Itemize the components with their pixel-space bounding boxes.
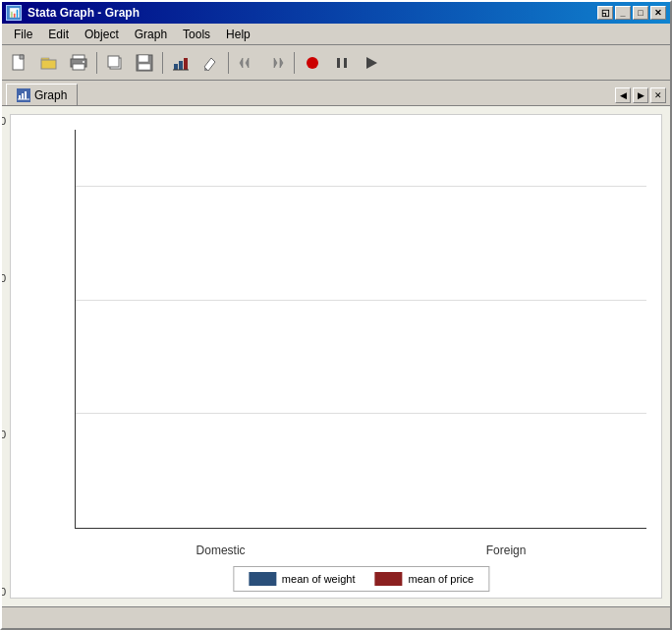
restore-button[interactable]: ◱ — [597, 6, 613, 20]
y-label-4000: 4,000 — [2, 272, 6, 284]
record-icon — [304, 54, 321, 72]
legend-color-price — [374, 572, 402, 586]
minimize-button[interactable]: _ — [615, 6, 631, 20]
menu-help[interactable]: Help — [218, 26, 258, 43]
edit-button[interactable] — [196, 50, 224, 76]
maximize-button[interactable]: □ — [633, 6, 648, 20]
graph-tab-label: Graph — [34, 88, 67, 102]
y-label-2000: 2,000 — [2, 429, 6, 440]
graph-tab[interactable]: Graph — [6, 84, 78, 105]
print-button[interactable] — [65, 50, 92, 76]
title-bar: 📊 Stata Graph - Graph ◱ _ □ ✕ — [2, 2, 670, 24]
graph-type-icon — [172, 54, 190, 72]
title-bar-buttons: ◱ _ □ ✕ — [597, 6, 666, 20]
y-label-6000: 6,000 — [2, 115, 6, 127]
back-icon — [238, 54, 255, 72]
y-axis-labels: 0 2,000 4,000 6,000 — [2, 115, 6, 598]
new-icon — [11, 54, 28, 72]
save-graph-icon — [136, 54, 153, 72]
chart-inner: Domestic Foreign mean of weight mean of … — [75, 130, 646, 529]
menu-graph[interactable]: Graph — [127, 26, 175, 43]
svg-rect-10 — [139, 55, 148, 62]
svg-point-6 — [83, 61, 84, 63]
open-button[interactable] — [35, 50, 63, 76]
chart-container: 0 2,000 4,000 6,000 — [10, 114, 662, 599]
tab-close-button[interactable]: ✕ — [650, 87, 666, 103]
title-bar-left: 📊 Stata Graph - Graph — [6, 5, 140, 21]
open-icon — [40, 54, 58, 72]
svg-rect-5 — [73, 64, 84, 70]
graph-type-button[interactable] — [167, 50, 195, 76]
legend-item-weight: mean of weight — [249, 572, 356, 586]
pause-button[interactable] — [328, 50, 356, 76]
svg-point-17 — [307, 57, 318, 69]
app-icon: 📊 — [6, 5, 22, 21]
tab-nav: ◀ ▶ ✕ — [615, 87, 666, 105]
svg-rect-13 — [179, 61, 183, 70]
menu-file[interactable]: File — [6, 26, 40, 43]
tab-area: Graph ◀ ▶ ✕ — [2, 81, 670, 106]
play-button[interactable] — [358, 50, 385, 76]
pause-icon — [333, 54, 351, 72]
play-icon — [363, 54, 380, 72]
copy-window-icon — [106, 54, 124, 72]
back-button[interactable] — [233, 50, 260, 76]
chart-legend: mean of weight mean of price — [233, 566, 489, 592]
legend-label-weight: mean of weight — [282, 573, 356, 585]
svg-rect-14 — [184, 58, 188, 70]
close-button[interactable]: ✕ — [650, 6, 666, 20]
svg-marker-20 — [366, 57, 377, 69]
svg-rect-11 — [139, 64, 150, 70]
tab-prev-button[interactable]: ◀ — [615, 87, 631, 103]
toolbar-separator-4 — [294, 52, 295, 74]
svg-rect-23 — [25, 91, 27, 99]
menu-edit[interactable]: Edit — [40, 26, 77, 43]
new-button[interactable] — [6, 50, 33, 76]
svg-rect-12 — [174, 64, 178, 70]
svg-rect-8 — [108, 56, 119, 67]
y-label-0: 0 — [2, 586, 6, 598]
copy-window-button[interactable] — [101, 50, 129, 76]
svg-rect-19 — [344, 58, 347, 68]
window-title: Stata Graph - Graph — [28, 6, 140, 20]
x-label-foreign: Foreign — [486, 544, 527, 557]
menu-tools[interactable]: Tools — [175, 26, 218, 43]
graph-area: 0 2,000 4,000 6,000 — [2, 106, 670, 606]
legend-color-weight — [249, 572, 276, 586]
toolbar-separator-1 — [96, 52, 97, 74]
x-axis-labels: Domestic Foreign — [76, 544, 646, 557]
svg-rect-21 — [19, 95, 21, 99]
record-button[interactable] — [299, 50, 326, 76]
toolbar-separator-3 — [228, 52, 229, 74]
tab-next-button[interactable]: ▶ — [633, 87, 648, 103]
bars-area — [76, 130, 646, 528]
edit-icon — [201, 54, 219, 72]
menu-object[interactable]: Object — [77, 26, 127, 43]
svg-rect-2 — [41, 60, 56, 69]
toolbar-separator-2 — [162, 52, 163, 74]
x-label-domestic: Domestic — [196, 544, 246, 557]
svg-rect-22 — [22, 93, 24, 99]
graph-tab-icon — [17, 88, 30, 102]
save-graph-button[interactable] — [131, 50, 158, 76]
legend-item-price: mean of price — [374, 572, 474, 586]
legend-label-price: mean of price — [408, 573, 474, 585]
print-icon — [70, 54, 87, 72]
status-bar — [2, 606, 670, 628]
forward-icon — [267, 54, 285, 72]
toolbar — [2, 45, 670, 81]
main-window: 📊 Stata Graph - Graph ◱ _ □ ✕ File Edit … — [0, 0, 672, 630]
menu-bar: File Edit Object Graph Tools Help — [2, 24, 670, 45]
chart-icon — [18, 89, 29, 101]
forward-button[interactable] — [262, 50, 290, 76]
svg-rect-18 — [337, 58, 340, 68]
